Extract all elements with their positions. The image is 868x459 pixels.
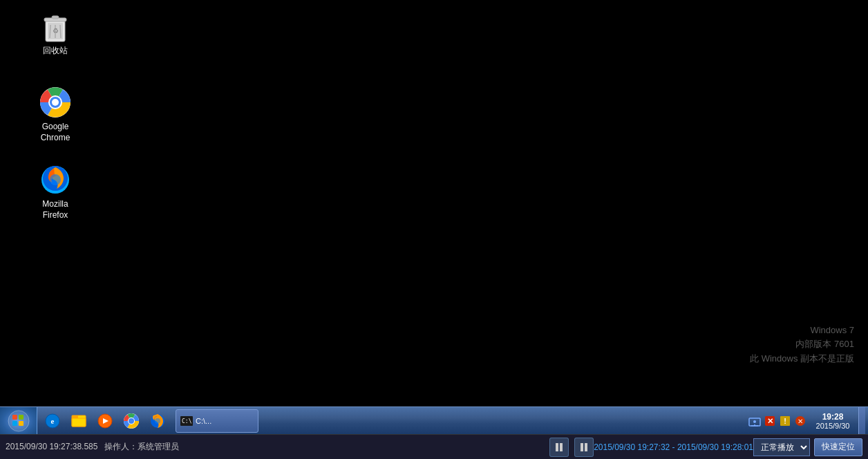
svg-text:C:\: C:\ [182, 418, 192, 424]
time-range-label: 2015/09/30 19:27:32 - 2015/09/30 19:28:0… [594, 442, 753, 452]
svg-point-13 [50, 174, 61, 185]
svg-rect-17 [12, 421, 17, 426]
show-desktop-button[interactable] [858, 407, 865, 435]
svg-rect-16 [19, 415, 23, 420]
desktop: ♻ 回收站 [0, 0, 868, 422]
svg-rect-6 [52, 16, 59, 19]
taskbar-media-button[interactable] [93, 409, 117, 433]
clock-widget[interactable]: 19:28 2015/9/30 [809, 407, 857, 435]
recycle-bin-icon[interactable]: ♻ 回收站 [28, 7, 83, 59]
playback-select[interactable]: 正常播放 快速播放 慢速播放 [753, 438, 810, 456]
svg-text:✕: ✕ [767, 417, 773, 425]
status-bar: 2015/09/30 19:27:38.585 操作人：系统管理员 2015/0… [0, 434, 868, 459]
recycle-bin-image: ♻ [39, 10, 72, 43]
taskbar-firefox-button[interactable] [145, 409, 170, 433]
chrome-label: Google Chrome [41, 122, 70, 143]
svg-text:♻: ♻ [53, 27, 59, 35]
svg-point-30 [155, 418, 160, 424]
status-info: 2015/09/30 19:27:38.585 操作人：系统管理员 [6, 441, 549, 453]
svg-text:!: ! [784, 417, 786, 425]
pause-icon-2 [578, 442, 589, 453]
cmd-window-button[interactable]: C:\ C:\... [176, 409, 258, 433]
firefox-image [39, 163, 72, 196]
taskbar-ie-button[interactable]: e [40, 409, 65, 433]
start-button[interactable] [0, 407, 37, 435]
windows-logo-icon [8, 410, 30, 432]
svg-rect-44 [560, 443, 563, 451]
pause-button-1[interactable] [549, 438, 569, 457]
clock-date: 2015/9/30 [816, 422, 850, 430]
svg-point-14 [8, 411, 29, 431]
cmd-icon: C:\ [180, 416, 193, 426]
operator-label: 操作人：系统管理员 [104, 442, 179, 451]
locate-button[interactable]: 快速定位 [814, 438, 862, 456]
network-icon[interactable] [748, 414, 762, 428]
windows-watermark: Windows 7 内部版本 7601 此 Windows 副本不是正版 [750, 324, 854, 366]
svg-rect-23 [72, 418, 86, 427]
warning-icon-2[interactable]: ! [778, 414, 792, 428]
notification-area: ✕ ! ✕ 19:28 2015/9/30 [745, 407, 868, 435]
svg-point-11 [52, 99, 59, 106]
svg-text:✕: ✕ [798, 418, 803, 425]
mozilla-firefox-icon[interactable]: Mozilla Firefox [28, 160, 83, 223]
chrome-image [39, 86, 72, 119]
google-chrome-icon[interactable]: Google Chrome [28, 83, 83, 146]
warning-icon-3[interactable]: ✕ [793, 414, 807, 428]
timestamp-label: 2015/09/30 19:27:38.585 [6, 442, 97, 451]
warning-icon-1[interactable]: ✕ [763, 414, 777, 428]
svg-point-36 [753, 420, 756, 423]
taskbar-chrome-button[interactable] [119, 409, 144, 433]
svg-rect-15 [12, 415, 17, 420]
svg-point-28 [129, 418, 134, 424]
svg-line-2 [50, 25, 50, 38]
svg-rect-43 [556, 443, 558, 451]
pause-icon [554, 442, 565, 453]
pause-button-2[interactable] [574, 438, 594, 457]
taskbar-explorer-button[interactable] [66, 409, 91, 433]
svg-line-4 [60, 25, 61, 38]
taskbar-pinned-area: e [37, 407, 173, 435]
firefox-label: Mozilla Firefox [42, 199, 68, 221]
svg-rect-45 [581, 443, 583, 451]
clock-time: 19:28 [822, 412, 844, 422]
cmd-window-label: C:\... [196, 417, 211, 425]
svg-rect-18 [19, 421, 23, 426]
pause-controls [549, 438, 594, 457]
playback-controls: 正常播放 快速播放 慢速播放 快速定位 [753, 438, 862, 456]
recycle-bin-label: 回收站 [43, 46, 68, 57]
svg-rect-46 [585, 443, 587, 451]
svg-text:e: e [51, 417, 55, 425]
taskbar: e [0, 406, 868, 434]
